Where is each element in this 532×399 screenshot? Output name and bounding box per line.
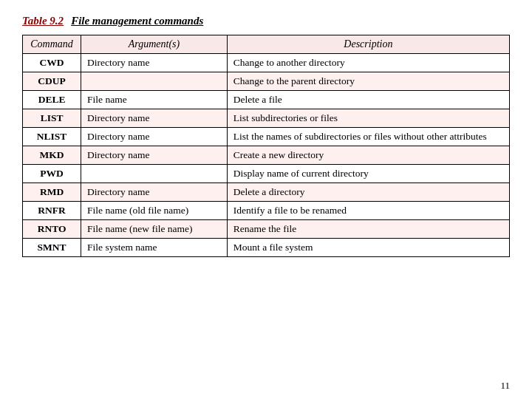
- table-row: CDUPChange to the parent directory: [23, 72, 510, 91]
- cell-command: RMD: [23, 183, 81, 202]
- cell-description: Delete a file: [227, 91, 509, 109]
- cell-description: Display name of current directory: [227, 165, 509, 183]
- table-row: NLISTDirectory nameList the names of sub…: [23, 128, 510, 146]
- header-description: Description: [227, 35, 509, 54]
- table-row: DELEFile nameDelete a file: [23, 91, 510, 109]
- cell-description: List the names of subdirectories or file…: [227, 128, 509, 146]
- table-row: PWDDisplay name of current directory: [23, 165, 510, 183]
- cell-description: List subdirectories or files: [227, 109, 509, 128]
- cell-command: CWD: [23, 54, 81, 72]
- cell-arguments: File name (old file name): [81, 202, 228, 220]
- table-row: LISTDirectory nameList subdirectories or…: [23, 109, 510, 128]
- table-header: Command Argument(s) Description: [23, 35, 510, 54]
- cell-command: LIST: [23, 109, 81, 128]
- cell-arguments: Directory name: [81, 183, 228, 202]
- cell-description: Create a new directory: [227, 146, 509, 165]
- cell-description: Change to the parent directory: [227, 72, 509, 91]
- header-command: Command: [23, 35, 81, 54]
- file-management-table: Command Argument(s) Description CWDDirec…: [22, 35, 510, 257]
- cell-description: Mount a file system: [227, 239, 509, 257]
- cell-command: SMNT: [23, 239, 81, 257]
- page: Table 9.2 File management commands Comma…: [0, 0, 532, 399]
- cell-description: Change to another directory: [227, 54, 509, 72]
- cell-description: Delete a directory: [227, 183, 509, 202]
- page-number: 11: [500, 380, 510, 392]
- table-row: SMNTFile system nameMount a file system: [23, 239, 510, 257]
- cell-arguments: File name: [81, 91, 228, 109]
- cell-command: PWD: [23, 165, 81, 183]
- table-body: CWDDirectory nameChange to another direc…: [23, 54, 510, 257]
- cell-arguments: Directory name: [81, 54, 228, 72]
- title-area: Table 9.2 File management commands: [22, 15, 510, 27]
- table-row: RMDDirectory nameDelete a directory: [23, 183, 510, 202]
- cell-arguments: Directory name: [81, 128, 228, 146]
- cell-arguments: [81, 72, 228, 91]
- header-row: Command Argument(s) Description: [23, 35, 510, 54]
- cell-description: Rename the file: [227, 220, 509, 239]
- table-row: RNTOFile name (new file name)Rename the …: [23, 220, 510, 239]
- table-row: MKDDirectory nameCreate a new directory: [23, 146, 510, 165]
- header-arguments: Argument(s): [81, 35, 228, 54]
- cell-arguments: Directory name: [81, 146, 228, 165]
- cell-command: MKD: [23, 146, 81, 165]
- cell-arguments: Directory name: [81, 109, 228, 128]
- cell-description: Identify a file to be renamed: [227, 202, 509, 220]
- cell-arguments: File system name: [81, 239, 228, 257]
- table-row: RNFRFile name (old file name)Identify a …: [23, 202, 510, 220]
- cell-arguments: [81, 165, 228, 183]
- cell-command: NLIST: [23, 128, 81, 146]
- table-label: Table 9.2: [22, 15, 64, 27]
- cell-command: DELE: [23, 91, 81, 109]
- table-title: File management commands: [71, 15, 203, 27]
- cell-arguments: File name (new file name): [81, 220, 228, 239]
- cell-command: RNTO: [23, 220, 81, 239]
- cell-command: RNFR: [23, 202, 81, 220]
- cell-command: CDUP: [23, 72, 81, 91]
- table-row: CWDDirectory nameChange to another direc…: [23, 54, 510, 72]
